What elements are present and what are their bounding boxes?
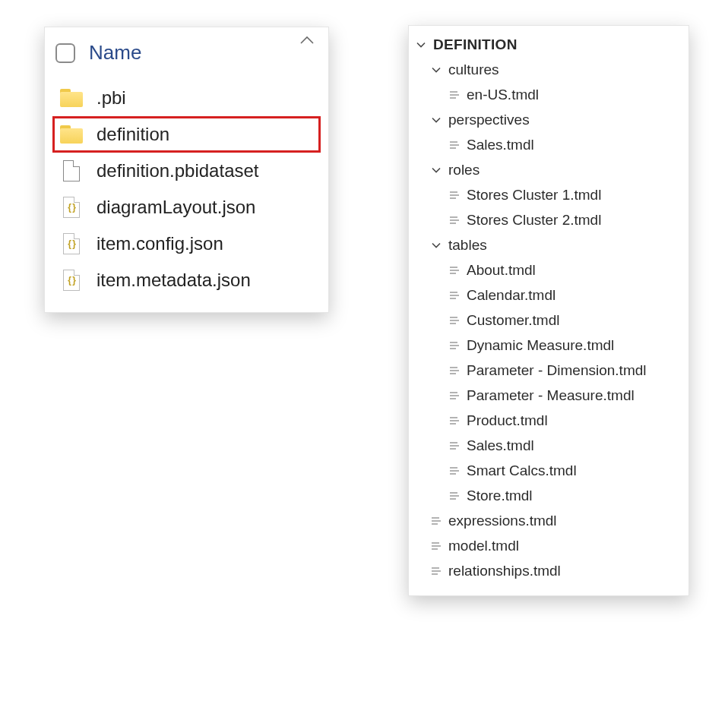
chevron-down-icon[interactable] [430,239,442,251]
tree-file[interactable]: Parameter - Dimension.tmdl [415,358,678,383]
tree-file[interactable]: en-US.tmdl [415,82,678,107]
file-list: .pbidefinitiondefinition.pbidatasetdiagr… [52,80,321,298]
file-lines-icon [448,465,461,477]
tree-file[interactable]: Smart Calcs.tmdl [415,458,678,483]
column-header-name[interactable]: Name [89,41,141,65]
file-name-label: diagramLayout.json [97,197,255,218]
tree-folder[interactable]: roles [415,157,678,182]
tree-file[interactable]: Stores Cluster 1.tmdl [415,182,678,207]
file-icon [63,160,80,181]
sort-chevron-up-icon[interactable] [299,35,315,49]
file-name-label: .pbi [97,87,126,109]
file-name-label: definition [97,124,169,145]
file-lines-icon [448,189,461,201]
file-lines-icon [430,515,442,527]
file-lines-icon [448,314,461,327]
tree-file-label: Parameter - Measure.tmdl [467,387,635,404]
file-row[interactable]: definition.pbidataset [52,153,321,189]
tree-file[interactable]: Parameter - Measure.tmdl [415,383,678,408]
file-lines-icon [448,289,461,301]
tree-folder-label: roles [448,162,480,178]
tree-file-label: expressions.tmdl [448,513,557,529]
chevron-down-icon[interactable] [430,64,442,76]
tree-file-label: Store.tmdl [467,488,533,504]
tree-file-label: Dynamic Measure.tmdl [467,337,614,354]
tree-file-label: Calendar.tmdl [467,287,555,304]
json-file-icon [63,197,80,218]
file-lines-icon [430,565,442,577]
json-file-icon [63,233,80,254]
tree-file-label: Smart Calcs.tmdl [467,462,577,479]
tree-file-label: model.tmdl [448,538,519,554]
json-file-icon [63,270,80,291]
file-row[interactable]: item.config.json [52,226,321,262]
file-lines-icon [448,139,461,151]
tree-root[interactable]: DEFINITION [415,32,678,57]
file-lines-icon [448,339,461,352]
file-row[interactable]: definition [52,116,321,153]
tree-file-label: Product.tmdl [467,412,548,429]
tree-file[interactable]: Stores Cluster 2.tmdl [415,207,678,232]
tree-view-panel: DEFINITIONculturesen-US.tmdlperspectives… [408,25,689,596]
folder-icon [60,125,83,144]
tree-file[interactable]: model.tmdl [415,533,678,558]
tree-file-label: Stores Cluster 2.tmdl [467,212,601,229]
tree-file-label: About.tmdl [467,262,536,279]
file-lines-icon [448,415,461,427]
file-explorer-header[interactable]: Name [52,38,321,80]
tree-file[interactable]: Sales.tmdl [415,132,678,157]
tree-file[interactable]: Product.tmdl [415,408,678,433]
file-lines-icon [448,490,461,502]
tree-file-label: Sales.tmdl [467,437,534,454]
file-name-label: item.metadata.json [97,270,251,291]
file-lines-icon [448,89,461,101]
file-row[interactable]: .pbi [52,80,321,116]
file-lines-icon [448,214,461,226]
file-lines-icon [448,390,461,402]
file-name-label: definition.pbidataset [97,160,259,181]
tree-file[interactable]: Sales.tmdl [415,433,678,458]
tree-file[interactable]: Store.tmdl [415,483,678,508]
select-all-checkbox[interactable] [55,43,75,63]
tree-folder-label: tables [448,237,487,254]
tree-file-label: Sales.tmdl [467,137,534,153]
tree-file[interactable]: Dynamic Measure.tmdl [415,333,678,358]
tree-root-label: DEFINITION [433,36,518,53]
tree-file[interactable]: relationships.tmdl [415,558,678,583]
tree-folder-label: cultures [448,62,499,78]
tree-file-label: Parameter - Dimension.tmdl [467,362,647,379]
chevron-down-icon[interactable] [430,164,442,176]
tree-file-label: relationships.tmdl [448,563,561,579]
tree-file-label: Customer.tmdl [467,312,559,329]
tree-file[interactable]: expressions.tmdl [415,508,678,533]
chevron-down-icon[interactable] [430,114,442,126]
folder-icon [60,89,83,107]
tree-folder[interactable]: perspectives [415,107,678,132]
tree-file-label: Stores Cluster 1.tmdl [467,187,601,204]
tree-folder-label: perspectives [448,112,530,128]
tree-file[interactable]: Calendar.tmdl [415,282,678,308]
tree-folder[interactable]: tables [415,232,678,257]
file-lines-icon [448,264,461,276]
file-lines-icon [448,365,461,377]
file-lines-icon [430,540,442,552]
tree-folder[interactable]: cultures [415,57,678,82]
tree-file[interactable]: Customer.tmdl [415,308,678,333]
tree-file-label: en-US.tmdl [467,87,539,103]
file-lines-icon [448,440,461,452]
file-row[interactable]: item.metadata.json [52,262,321,298]
file-row[interactable]: diagramLayout.json [52,189,321,226]
file-name-label: item.config.json [97,233,223,254]
chevron-down-icon[interactable] [415,39,427,51]
file-explorer-panel: Name .pbidefinitiondefinition.pbidataset… [44,27,329,313]
tree-file[interactable]: About.tmdl [415,257,678,282]
